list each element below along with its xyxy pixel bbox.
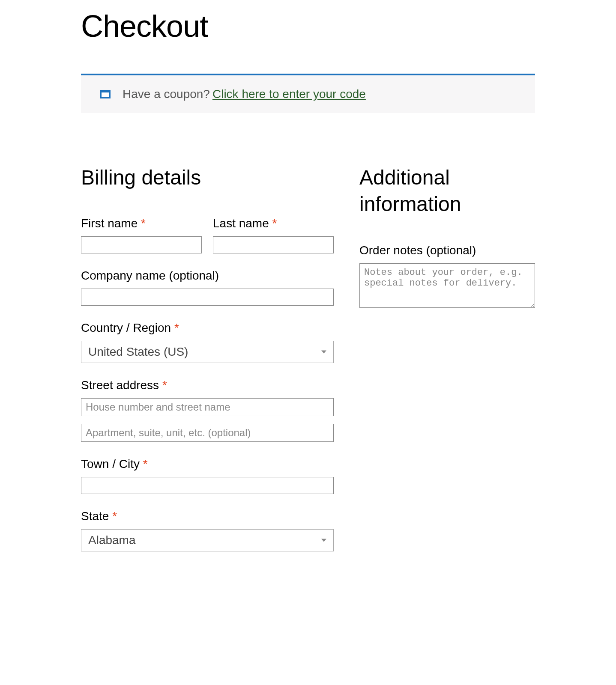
page-title: Checkout bbox=[81, 9, 535, 44]
required-marker: * bbox=[143, 457, 148, 471]
street-address-1-input[interactable] bbox=[81, 398, 334, 416]
order-notes-textarea[interactable] bbox=[359, 263, 535, 308]
street-label: Street address * bbox=[81, 378, 334, 392]
order-notes-label: Order notes (optional) bbox=[359, 244, 535, 257]
city-label: Town / City * bbox=[81, 457, 334, 471]
coupon-link[interactable]: Click here to enter your code bbox=[212, 87, 366, 101]
first-name-input[interactable] bbox=[81, 236, 202, 253]
last-name-input[interactable] bbox=[213, 236, 334, 253]
coupon-prompt: Have a coupon? bbox=[123, 87, 210, 101]
required-marker: * bbox=[141, 217, 146, 230]
required-marker: * bbox=[112, 509, 117, 523]
chevron-down-icon bbox=[321, 351, 326, 354]
chevron-down-icon bbox=[321, 539, 326, 542]
country-label: Country / Region * bbox=[81, 321, 334, 335]
window-icon bbox=[100, 90, 111, 98]
required-marker: * bbox=[174, 321, 179, 334]
first-name-label: First name * bbox=[81, 217, 202, 230]
company-label: Company name (optional) bbox=[81, 269, 334, 283]
state-value: Alabama bbox=[88, 533, 136, 547]
required-marker: * bbox=[162, 378, 167, 392]
required-marker: * bbox=[272, 217, 277, 230]
company-input[interactable] bbox=[81, 289, 334, 306]
billing-heading: Billing details bbox=[81, 164, 334, 191]
last-name-label: Last name * bbox=[213, 217, 334, 230]
state-select[interactable]: Alabama bbox=[81, 529, 334, 551]
street-address-2-input[interactable] bbox=[81, 424, 334, 442]
additional-heading: Additional information bbox=[359, 164, 535, 218]
city-input[interactable] bbox=[81, 477, 334, 494]
country-value: United States (US) bbox=[88, 345, 188, 359]
coupon-notice: Have a coupon? Click here to enter your … bbox=[81, 74, 535, 113]
country-select[interactable]: United States (US) bbox=[81, 341, 334, 363]
state-label: State * bbox=[81, 509, 334, 523]
